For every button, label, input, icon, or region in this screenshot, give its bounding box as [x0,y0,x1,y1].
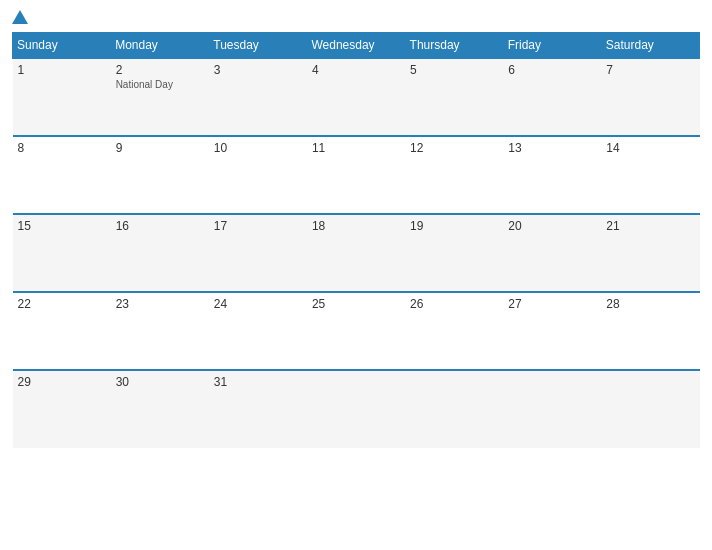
day-header-saturday: Saturday [601,33,699,59]
day-number: 8 [18,141,106,155]
calendar-cell: 11 [307,136,405,214]
day-number: 29 [18,375,106,389]
calendar-cell: 12 [405,136,503,214]
day-number: 22 [18,297,106,311]
day-number: 26 [410,297,498,311]
calendar-cell: 14 [601,136,699,214]
day-header-thursday: Thursday [405,33,503,59]
calendar-cell: 21 [601,214,699,292]
calendar-cell: 3 [209,58,307,136]
day-number: 19 [410,219,498,233]
calendar-cell: 25 [307,292,405,370]
calendar-cell: 31 [209,370,307,448]
calendar-container: SundayMondayTuesdayWednesdayThursdayFrid… [0,0,712,550]
week-row-4: 22232425262728 [13,292,700,370]
days-header-row: SundayMondayTuesdayWednesdayThursdayFrid… [13,33,700,59]
calendar-cell: 1 [13,58,111,136]
calendar-cell: 28 [601,292,699,370]
day-number: 7 [606,63,694,77]
calendar-cell: 5 [405,58,503,136]
calendar-cell: 6 [503,58,601,136]
day-number: 14 [606,141,694,155]
day-number: 16 [116,219,204,233]
calendar-cell: 30 [111,370,209,448]
calendar-cell: 4 [307,58,405,136]
day-header-wednesday: Wednesday [307,33,405,59]
calendar-cell: 10 [209,136,307,214]
day-number: 23 [116,297,204,311]
calendar-cell: 8 [13,136,111,214]
day-header-sunday: Sunday [13,33,111,59]
calendar-cell [601,370,699,448]
calendar-header [12,10,700,24]
day-number: 24 [214,297,302,311]
calendar-cell: 9 [111,136,209,214]
calendar-cell [307,370,405,448]
day-number: 21 [606,219,694,233]
day-number: 13 [508,141,596,155]
calendar-cell: 7 [601,58,699,136]
calendar-cell: 24 [209,292,307,370]
day-number: 4 [312,63,400,77]
day-header-tuesday: Tuesday [209,33,307,59]
day-number: 30 [116,375,204,389]
calendar-table: SundayMondayTuesdayWednesdayThursdayFrid… [12,32,700,448]
calendar-cell: 18 [307,214,405,292]
day-number: 18 [312,219,400,233]
day-number: 27 [508,297,596,311]
calendar-cell: 13 [503,136,601,214]
week-row-1: 12National Day34567 [13,58,700,136]
day-number: 28 [606,297,694,311]
day-number: 9 [116,141,204,155]
day-number: 5 [410,63,498,77]
calendar-cell [503,370,601,448]
day-number: 17 [214,219,302,233]
day-number: 31 [214,375,302,389]
week-row-5: 293031 [13,370,700,448]
day-header-monday: Monday [111,33,209,59]
day-number: 3 [214,63,302,77]
day-number: 25 [312,297,400,311]
calendar-cell: 15 [13,214,111,292]
calendar-cell: 26 [405,292,503,370]
calendar-cell: 17 [209,214,307,292]
week-row-2: 891011121314 [13,136,700,214]
calendar-cell: 19 [405,214,503,292]
day-header-friday: Friday [503,33,601,59]
day-number: 12 [410,141,498,155]
day-number: 2 [116,63,204,77]
calendar-cell: 29 [13,370,111,448]
calendar-cell [405,370,503,448]
day-number: 15 [18,219,106,233]
logo [12,10,30,24]
calendar-cell: 16 [111,214,209,292]
calendar-cell: 20 [503,214,601,292]
calendar-cell: 2National Day [111,58,209,136]
logo-triangle-icon [12,10,28,24]
day-number: 10 [214,141,302,155]
holiday-label: National Day [116,79,204,90]
day-number: 20 [508,219,596,233]
calendar-cell: 23 [111,292,209,370]
logo-blue-row [12,10,30,24]
day-number: 6 [508,63,596,77]
calendar-cell: 27 [503,292,601,370]
day-number: 1 [18,63,106,77]
day-number: 11 [312,141,400,155]
week-row-3: 15161718192021 [13,214,700,292]
calendar-cell: 22 [13,292,111,370]
